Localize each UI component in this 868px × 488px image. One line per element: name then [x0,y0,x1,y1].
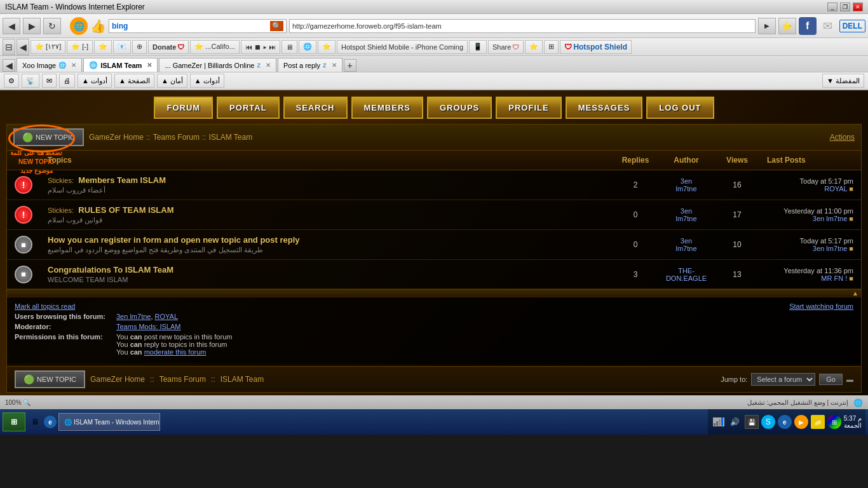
tray-media[interactable]: ▶ [794,415,808,429]
lastpost-author-3[interactable]: 3en lm7tne [813,245,847,252]
new-topic-bottom-button[interactable]: 🟢 NEW TOPIC [15,370,85,388]
globe-icon[interactable]: 🌐 [299,40,316,54]
tools-btn[interactable]: أدوات ▲ [190,74,224,88]
tab-xoo[interactable]: Xoo Image 🌐 ✕ [17,58,82,72]
lastpost-dot-4: ■ [849,274,853,282]
actions-link[interactable]: Actions [830,133,855,142]
address-bar[interactable]: http://gamezerhome.foroweb.org/f95-islam… [289,19,756,33]
phone-icon[interactable]: 📱 [469,40,487,54]
close-button[interactable]: ✕ [853,3,863,11]
tab-close-post[interactable]: ✕ [332,62,337,69]
favorites-item-6[interactable]: ⭐ ...Califo... [190,40,240,54]
favorites-item-7[interactable]: ⭐ [318,40,336,54]
prefs-btn[interactable]: ⚙ [4,74,19,88]
topic-title-4[interactable]: Congratulations To ISLAM TeaM [48,265,173,274]
nav-profile[interactable]: PROFILE [496,97,561,119]
topic-title-1[interactable]: Members Team ISLAM [78,175,166,185]
monitor-icon[interactable]: 🖥 [281,40,297,54]
tray-explorer[interactable]: 📁 [811,415,825,429]
windows-flag-icon[interactable]: ⊞ [827,415,841,429]
breadcrumb-home[interactable]: GameZer Home [89,133,144,142]
favorites-item-8[interactable]: ⭐ [525,40,543,54]
rss-btn[interactable]: 📡 [22,74,39,88]
browsing-user-1[interactable]: 3en lm7tne [116,313,151,320]
topic-title-3[interactable]: How you can register in form and open ne… [48,235,300,245]
new-tab-button[interactable]: + [344,59,356,72]
lastpost-author-1[interactable]: ROYAL [824,185,847,193]
collapse-icon[interactable]: ▬ [846,376,853,383]
favorites-item-9[interactable]: ⊞ [544,40,559,54]
mark-all-read[interactable]: Mark all topics read [15,302,75,310]
page-btn[interactable]: الصفحة ▲ [114,74,154,88]
topic-title-2[interactable]: RULES OF TEAM ISLAM [78,205,173,215]
tray-app-1[interactable]: 💾 [745,415,759,429]
tab-back[interactable]: ◀ [3,59,15,72]
more-btn[interactable]: أدوات ▲ [78,74,112,88]
nav-members[interactable]: MEMBERS [351,97,423,119]
moderator-link[interactable]: Teams Mods: ISLAM [116,323,180,330]
start-button[interactable]: ⊞ [3,412,25,431]
print-btn[interactable]: 🖨 [59,74,75,88]
toolbar-back[interactable]: ◀ [17,39,29,55]
bottom-breadcrumb-teams[interactable]: Teams Forum [159,375,206,384]
mail-btn[interactable]: ✉ [42,74,57,88]
new-topic-button[interactable]: 🟢 NEW TOPIC [13,128,84,146]
security-btn[interactable]: أمان ▲ [157,74,187,88]
mail-icon[interactable]: ✉ [819,17,837,35]
media-controls[interactable]: ⏮ ⏹ ▶ ⏭ [241,40,280,54]
taskbar-ie-window[interactable]: 🌐 ISLAM Team - Windows Internet Explorer [58,413,160,431]
refresh-button[interactable]: ↻ [43,18,61,34]
nav-portal[interactable]: PORTAL [217,97,279,119]
toolbar-toggle[interactable]: ⊟ [3,39,15,55]
show-desktop-icon[interactable]: 🖥 [28,415,42,429]
ie-taskbar-icon[interactable]: e [43,415,57,429]
facebook-icon[interactable]: f [799,17,817,35]
nav-forum[interactable]: FORUM [154,97,213,119]
tray-skype[interactable]: S [761,415,775,429]
go-button[interactable]: ▶ [758,18,776,34]
hotspot-mobile[interactable]: Hotspot Shield Mobile - iPhone Coming [337,40,468,54]
bottom-breadcrumb-home[interactable]: GameZer Home [90,375,145,384]
tab-close-gamezers[interactable]: ✕ [266,62,271,69]
forward-button[interactable]: ▶ [23,18,41,34]
nav-search[interactable]: SEARCH [283,97,348,119]
tab-islam[interactable]: 🌐 ISLAM Team ✕ [83,58,158,72]
nav-groups[interactable]: GROUPS [427,97,492,119]
favorites-item-2[interactable]: ⭐ [-] [67,40,93,54]
tab-post-reply[interactable]: Post a reply Z ✕ [278,58,342,72]
bing-search-bar[interactable]: bing 🔍 [109,19,287,33]
back-button[interactable]: ◀ [3,18,20,34]
lastpost-author-4[interactable]: MR FN ! [821,274,847,282]
tab-close-xoo[interactable]: ✕ [71,62,76,69]
minimize-button[interactable]: _ [827,3,837,11]
nav-logout[interactable]: LOG OUT [646,97,714,119]
restore-button[interactable]: ❐ [840,3,850,11]
forum-select[interactable]: Select a forum [751,373,815,386]
nav-messages[interactable]: MESSAGES [566,97,643,119]
donate-button[interactable]: Donate 🛡 [148,40,189,54]
favorites-item-4[interactable]: 📧 [113,40,131,54]
tab-label-islam: ISLAM Team [100,62,142,69]
favorites-item-3[interactable]: ⭐ [94,40,112,54]
lastpost-author-2[interactable]: 3en lm7tne [813,215,847,222]
favorites-button[interactable]: ⭐ [778,18,796,34]
start-watching[interactable]: Start watching forum [789,302,853,310]
bing-search-icon[interactable]: 🔍 [270,21,283,31]
favorites-item-5[interactable]: ⊕ [132,40,147,54]
tab-close-islam[interactable]: ✕ [147,62,152,69]
tab-gamezers[interactable]: ... GameZer | Billiards Online Z ✕ [159,58,276,72]
clock-time: 5:37 م [844,415,862,422]
scroll-up-arrow[interactable]: ▲ [852,290,858,297]
browsing-user-2[interactable]: ROYAL [155,313,178,320]
breadcrumb-teams[interactable]: Teams Forum [153,133,200,142]
hotspot-shield-button[interactable]: 🛡 Hotspot Shield [560,40,632,54]
favorites-item-1[interactable]: ⭐ [١٢٧] [31,40,65,54]
tray-ie[interactable]: e [778,415,792,429]
tray-network-icon[interactable] [712,415,726,429]
moderate-link[interactable]: moderate this forum [144,348,207,356]
share-button[interactable]: Share 🛡 [488,40,524,54]
bing-search-input[interactable] [130,22,270,30]
tray-volume-icon[interactable]: 🔊 [728,415,742,429]
zoom-button[interactable]: المفضلة ▼ [822,74,864,88]
go-button-jump[interactable]: Go [819,374,843,385]
